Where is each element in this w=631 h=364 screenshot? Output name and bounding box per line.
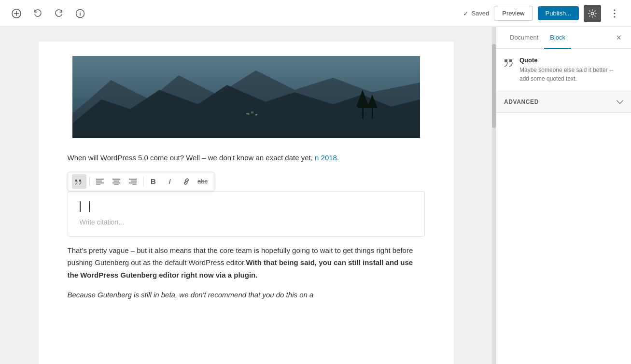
editor-area: When will WordPress 5.0 come out? Well –…: [0, 27, 492, 364]
strikethrough-button[interactable]: abc: [196, 174, 210, 189]
sidebar-close-button[interactable]: ×: [614, 33, 623, 42]
bold-button[interactable]: B: [146, 174, 161, 189]
quote-text-area[interactable]: [80, 201, 413, 212]
toolbar-right: ✓ Saved Preview Publish...: [463, 5, 623, 22]
chevron-down-icon: [617, 98, 623, 106]
check-icon: ✓: [463, 10, 469, 17]
svg-point-6: [591, 12, 593, 14]
editor-content: When will WordPress 5.0 come out? Well –…: [39, 42, 454, 364]
sidebar-tabs: Document Block ×: [496, 27, 631, 49]
paragraph-3: Because Gutenberg is still in beta, we d…: [68, 289, 425, 301]
publish-button[interactable]: Publish...: [538, 6, 579, 20]
right-sidebar: Document Block × Quote Maybe someone els…: [496, 27, 631, 364]
advanced-label: Advanced: [504, 98, 539, 105]
quote-info-panel: Quote Maybe someone else said it better …: [496, 49, 631, 91]
svg-point-21: [248, 113, 250, 115]
citation-input[interactable]: [80, 218, 413, 226]
paragraph-1: When will WordPress 5.0 come out? Well –…: [68, 152, 425, 164]
info-button[interactable]: [71, 5, 89, 22]
svg-rect-16: [372, 107, 373, 119]
quote-title: Quote: [519, 56, 623, 64]
align-right-button[interactable]: [126, 174, 140, 189]
tab-document[interactable]: Document: [504, 27, 544, 49]
redo-button[interactable]: [50, 5, 68, 22]
hero-image: [68, 56, 425, 138]
toolbar-divider-2: [143, 177, 143, 186]
quote-info-text: Quote Maybe someone else said it better …: [519, 56, 623, 83]
quote-block[interactable]: [68, 191, 425, 237]
preview-button[interactable]: Preview: [494, 6, 533, 21]
toolbar-left: [8, 5, 89, 22]
align-center-button[interactable]: [109, 174, 124, 189]
quote-block-toolbar: B I abc: [68, 172, 214, 191]
main-area: When will WordPress 5.0 come out? Well –…: [0, 27, 631, 364]
top-toolbar: ✓ Saved Preview Publish...: [0, 0, 631, 27]
svg-rect-19: [251, 112, 253, 113]
svg-point-8: [614, 13, 616, 14]
quote-description: Maybe someone else said it better -- add…: [519, 66, 623, 83]
svg-point-5: [80, 11, 81, 12]
image-block: [68, 56, 425, 140]
advanced-header[interactable]: Advanced: [496, 91, 631, 113]
svg-point-7: [614, 9, 616, 11]
tab-block[interactable]: Block: [544, 27, 571, 49]
align-left-button[interactable]: [93, 174, 107, 189]
toolbar-divider-1: [89, 177, 90, 186]
add-block-button[interactable]: [8, 5, 25, 22]
editor-scrollbar[interactable]: [492, 27, 496, 364]
settings-button[interactable]: [584, 5, 601, 22]
italic-button[interactable]: I: [163, 174, 177, 189]
more-options-button[interactable]: [606, 5, 623, 22]
svg-point-9: [614, 16, 616, 17]
saved-indicator: ✓ Saved: [463, 10, 489, 17]
text-cursor: [89, 201, 90, 212]
link-button[interactable]: [179, 174, 194, 189]
svg-point-22: [255, 114, 256, 116]
undo-button[interactable]: [29, 5, 46, 22]
quote-info-inner: Quote Maybe someone else said it better …: [504, 56, 623, 83]
saved-text: Saved: [471, 10, 489, 17]
scrollbar-thumb: [492, 44, 496, 128]
year-link[interactable]: n 2018: [315, 154, 337, 162]
quote-icon: [504, 57, 515, 70]
advanced-section: Advanced: [496, 91, 631, 113]
paragraph-2: That's pretty vague – but it also means …: [68, 244, 425, 281]
quote-format-button[interactable]: [72, 174, 86, 189]
